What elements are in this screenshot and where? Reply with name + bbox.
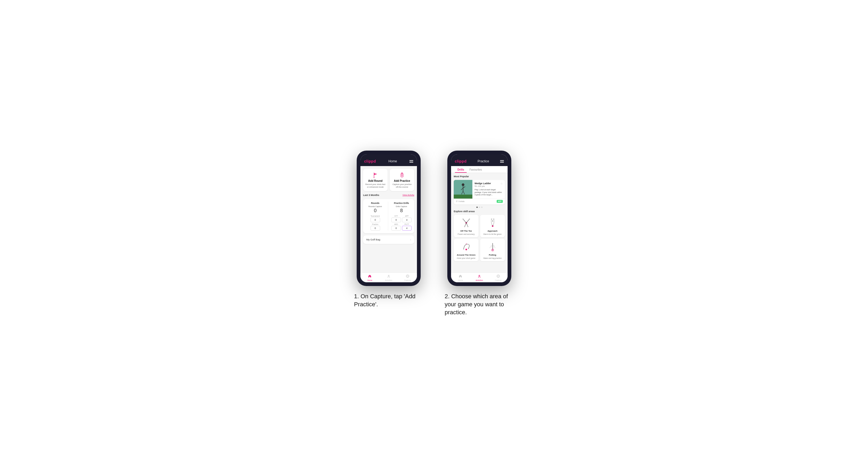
drills-capture-label: Drills Capture — [391, 206, 412, 207]
skill-card-putting[interactable]: Putting Make and lag practice — [480, 239, 505, 261]
skill-card-ott[interactable]: Off The Tee Power and accuracy — [454, 215, 478, 237]
putt-value: 4 — [402, 226, 412, 230]
last-3-months-header: Last 3 Months View Activity — [363, 193, 414, 197]
tournament-value: 0 — [371, 218, 380, 222]
svg-point-36 — [463, 248, 464, 249]
tab-favourites[interactable]: Favourites — [467, 166, 485, 173]
screen-content-1: Add Round Record your shots fast or enha… — [361, 166, 417, 272]
skill-ott-name: Off The Tee — [460, 230, 472, 232]
svg-point-28 — [469, 219, 470, 220]
add-practice-desc: Capture your practice off-the-course — [392, 183, 412, 188]
left-section: clippd Home — [354, 151, 423, 308]
nav-activities-label-1: Activities — [385, 279, 393, 281]
ott-label: OTT — [395, 215, 398, 217]
nav-activities-2[interactable]: Activities — [470, 274, 489, 281]
add-practice-card[interactable]: Add Practice Capture your practice off-t… — [390, 169, 414, 191]
nav-activities-label-2: Activities — [475, 279, 483, 281]
ott-item: OTT 0 — [391, 215, 401, 222]
golf-bag-label: My Golf Bag — [366, 238, 380, 241]
app-header-2: clippd Practice — [451, 157, 507, 166]
app-badge: APP — [497, 200, 503, 203]
skill-putting-name: Putting — [489, 254, 496, 256]
svg-point-33 — [493, 219, 494, 220]
stats-cols: Rounds Rounds Capture 0 Tournament 0 Pra… — [366, 202, 412, 230]
activities-icon-2 — [477, 274, 481, 279]
rounds-col: Rounds Rounds Capture 0 Tournament 0 Pra… — [366, 202, 385, 230]
svg-point-37 — [468, 248, 469, 249]
hamburger-icon-1[interactable] — [409, 160, 413, 163]
dots-row — [454, 207, 505, 208]
app-header-1: clippd Home — [361, 157, 417, 166]
right-section: clippd Practice Drills Favourites Most P… — [445, 151, 514, 316]
rounds-capture-label: Rounds Capture — [366, 206, 385, 207]
drills-col: Practice Drills Drills Capture 8 OTT 0 — [391, 202, 412, 230]
svg-rect-14 — [454, 195, 472, 198]
nav-home-2[interactable]: Home — [451, 274, 470, 281]
svg-point-30 — [467, 226, 468, 227]
nav-home-label-2: Home — [458, 279, 463, 281]
arg-item: ARG 0 — [391, 223, 401, 230]
app-value: 4 — [402, 218, 412, 222]
golf-bag-row[interactable]: My Golf Bag › — [363, 236, 414, 244]
add-round-card[interactable]: Add Round Record your shots fast or enha… — [363, 169, 388, 191]
svg-line-23 — [463, 219, 466, 223]
golf-bag-icon — [399, 172, 405, 178]
nav-home-1[interactable]: Home — [361, 274, 379, 281]
svg-rect-2 — [401, 174, 403, 177]
svg-point-8 — [389, 277, 390, 278]
dot-3 — [481, 207, 483, 208]
featured-card-inner: Wedge Ladder ☆ 50–100 yds Play 1 shot at… — [454, 180, 505, 198]
app-logo-1: clippd — [364, 159, 376, 163]
hamburger-icon-2[interactable] — [500, 160, 504, 163]
featured-desc: Play 1 shot at each target yardage. If y… — [474, 188, 503, 196]
arg-label: ARG — [394, 223, 398, 225]
add-practice-title: Add Practice — [394, 179, 410, 182]
svg-point-10 — [407, 275, 408, 277]
practice-value: 0 — [371, 226, 380, 230]
tabs-row: Drills Favourites — [451, 166, 507, 173]
app-label: APP — [405, 215, 408, 217]
dot-2 — [479, 207, 480, 208]
skill-ott-desc: Power and accuracy — [458, 233, 474, 235]
svg-point-46 — [497, 275, 500, 278]
svg-point-44 — [478, 277, 479, 278]
star-icon[interactable]: ☆ — [500, 182, 503, 185]
caption-1: 1. On Capture, tap 'Add Practice'. — [354, 292, 423, 308]
svg-line-24 — [466, 219, 469, 223]
skill-card-approach[interactable]: Approach Dial-in to hit the green — [480, 215, 505, 237]
skill-card-atg[interactable]: Around The Green Hone your short game — [454, 239, 478, 261]
svg-point-16 — [462, 183, 464, 186]
svg-point-34 — [492, 220, 493, 221]
arg-putt-row: ARG 0 PUTT 4 — [391, 223, 412, 230]
phone-2-screen: clippd Practice Drills Favourites Most P… — [451, 154, 507, 282]
app-logo-2: clippd — [455, 159, 467, 163]
svg-point-45 — [480, 277, 480, 278]
phone-1-screen: clippd Home — [361, 154, 417, 282]
rounds-value: 0 — [366, 208, 385, 214]
stats-box: Rounds Rounds Capture 0 Tournament 0 Pra… — [363, 199, 414, 233]
most-popular-label: Most Popular — [454, 175, 505, 178]
ott-app-row: OTT 0 APP 4 — [391, 215, 412, 222]
status-bar-1 — [361, 154, 417, 157]
drills-value: 8 — [391, 208, 412, 214]
practice-item: Practice 0 — [366, 223, 385, 230]
svg-point-1 — [374, 177, 375, 178]
phone-2: clippd Practice Drills Favourites Most P… — [447, 151, 511, 286]
tab-drills[interactable]: Drills — [455, 166, 467, 173]
bottom-nav-1: Home Activities — [361, 272, 417, 282]
nav-activities-1[interactable]: Activities — [379, 274, 398, 281]
svg-line-26 — [466, 223, 468, 226]
nav-capture-1[interactable]: Capture — [398, 274, 417, 281]
featured-card[interactable]: Wedge Ladder ☆ 50–100 yds Play 1 shot at… — [454, 180, 505, 205]
putt-label: PUTT — [405, 223, 409, 225]
home-icon-2 — [459, 274, 462, 279]
phone-1: clippd Home — [357, 151, 421, 286]
svg-point-3 — [401, 175, 403, 176]
add-round-title: Add Round — [368, 179, 382, 182]
bottom-nav-2: Home Activities — [451, 272, 507, 282]
nav-capture-2[interactable]: Capture — [489, 274, 507, 281]
view-activity-link[interactable]: View Activity — [403, 194, 414, 196]
featured-title: Wedge Ladder — [474, 182, 491, 185]
featured-footer: ⏱ 9 shots APP — [454, 198, 505, 205]
dot-1 — [476, 207, 478, 208]
